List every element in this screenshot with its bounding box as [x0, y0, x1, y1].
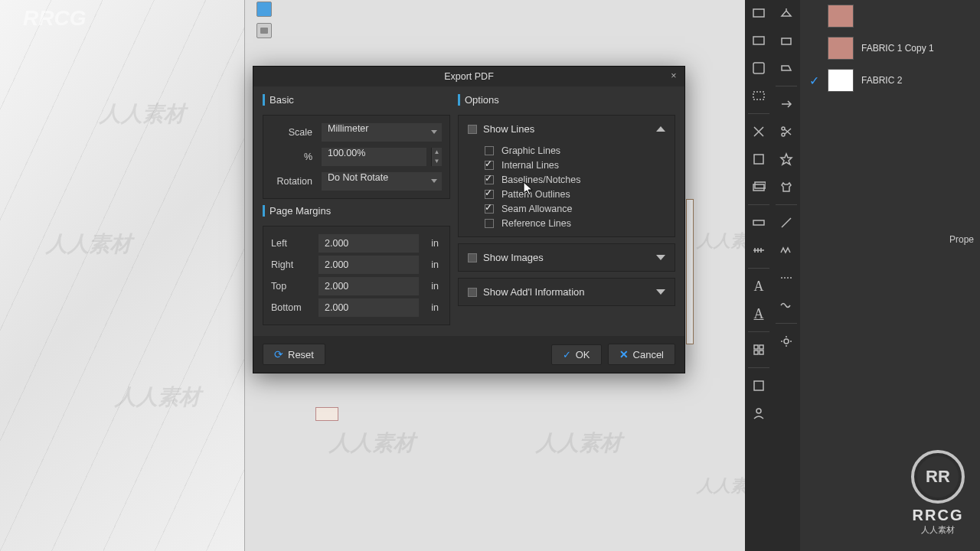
fabric-swatch[interactable] — [828, 69, 854, 92]
tool-person-icon[interactable] — [749, 403, 769, 423]
tool-shirt-icon[interactable] — [776, 177, 796, 197]
margin-left-input[interactable]: 2.000 — [318, 234, 419, 253]
svg-point-15 — [782, 127, 785, 130]
scale-select[interactable]: Millimeter — [322, 123, 442, 142]
tool-wave-icon[interactable] — [776, 295, 796, 315]
properties-tab[interactable]: Prope — [943, 231, 980, 248]
ok-button-label: OK — [576, 349, 590, 360]
show-addl-group: Show Add'l Information — [458, 278, 675, 306]
chevron-down-icon — [431, 179, 437, 183]
tool-ruler-icon[interactable] — [749, 213, 769, 233]
separator — [748, 268, 769, 269]
tool-text-icon[interactable]: A — [749, 276, 769, 296]
tool-generic-icon[interactable] — [749, 149, 769, 169]
page-outline — [686, 199, 694, 344]
option-internal-lines[interactable]: Internal Lines — [485, 160, 665, 171]
separator — [748, 204, 769, 205]
option-graphic-lines[interactable]: Graphic Lines — [485, 145, 665, 156]
option-reference-lines[interactable]: Reference Lines — [485, 218, 665, 229]
tool-generic-icon[interactable] — [749, 58, 769, 78]
tool-layers-icon[interactable] — [749, 177, 769, 197]
dialog-titlebar[interactable]: Export PDF × — [253, 67, 684, 86]
option-baselines-notches[interactable]: Baselines/Notches — [485, 174, 665, 185]
tool-text-underline-icon[interactable]: A — [749, 304, 769, 324]
checkbox[interactable] — [485, 175, 494, 184]
3d-viewport[interactable] — [0, 0, 245, 551]
reset-button-label: Reset — [288, 349, 314, 360]
checkbox[interactable] — [485, 204, 494, 214]
checkbox[interactable] — [485, 146, 494, 155]
tool-grid-icon[interactable] — [749, 340, 769, 360]
margins-panel: Left 2.000 in Right 2.000 in Top 2.000 i… — [263, 226, 450, 325]
tool-cut-icon[interactable] — [749, 122, 769, 142]
show-lines-checkbox[interactable] — [468, 125, 477, 134]
tool-generic-icon[interactable] — [749, 3, 769, 23]
lock-icon[interactable] — [256, 23, 272, 38]
margin-top-unit: in — [419, 281, 442, 292]
tool-line-icon[interactable] — [776, 213, 796, 233]
tool-star-icon[interactable] — [776, 149, 796, 169]
show-images-header[interactable]: Show Images — [459, 244, 675, 271]
chevron-down-icon — [656, 255, 665, 260]
tool-arrow-icon[interactable] — [776, 94, 796, 114]
pattern-thumbnail[interactable] — [315, 407, 338, 421]
show-images-label: Show Images — [483, 252, 650, 263]
section-options-header: Options — [458, 94, 675, 106]
tool-measure-icon[interactable] — [749, 240, 769, 260]
tool-iron-icon[interactable] — [776, 58, 796, 78]
show-addl-checkbox[interactable] — [468, 288, 477, 297]
margin-bottom-label: Bottom — [271, 302, 318, 313]
margin-right-input[interactable]: 2.000 — [318, 256, 419, 274]
tool-settings-icon[interactable] — [776, 331, 796, 351]
ok-button[interactable]: ✓ OK — [551, 344, 602, 365]
reset-button[interactable]: ⟳ Reset — [263, 344, 325, 365]
separator — [776, 323, 797, 324]
checkbox[interactable] — [485, 219, 494, 228]
margin-right-unit: in — [419, 259, 442, 270]
percent-input[interactable]: 100.00% — [322, 148, 426, 166]
percent-label: % — [271, 152, 317, 162]
layer-row[interactable] — [800, 0, 980, 32]
tool-generic-icon[interactable] — [749, 31, 769, 51]
margin-left-unit: in — [419, 238, 442, 249]
svg-rect-3 — [753, 92, 764, 99]
tool-sewing-icon[interactable] — [776, 31, 796, 51]
fabric-swatch[interactable] — [828, 5, 854, 28]
option-label: Seam Allowance — [501, 204, 572, 214]
visibility-check-icon[interactable]: ✓ — [808, 73, 820, 88]
tool-generic-icon[interactable] — [749, 86, 769, 106]
close-icon[interactable]: × — [668, 70, 680, 82]
show-lines-header[interactable]: Show Lines — [459, 116, 675, 142]
section-margins-header: Page Margins — [263, 205, 450, 217]
option-label: Baselines/Notches — [501, 174, 581, 185]
checkbox[interactable] — [485, 190, 494, 199]
page-icon[interactable] — [256, 2, 272, 17]
svg-rect-1 — [753, 37, 764, 44]
dialog-title: Export PDF — [444, 71, 494, 82]
show-images-checkbox[interactable] — [468, 253, 477, 262]
cancel-button-label: Cancel — [633, 349, 664, 360]
layer-row[interactable]: FABRIC 1 Copy 1 — [800, 32, 980, 64]
tool-stitch-icon[interactable] — [776, 268, 796, 288]
option-pattern-outlines[interactable]: Pattern Outlines — [485, 189, 665, 200]
cancel-button[interactable]: ✕ Cancel — [608, 344, 675, 365]
svg-point-16 — [782, 133, 785, 136]
tool-texture-icon[interactable] — [749, 376, 769, 396]
layer-row[interactable]: ✓ FABRIC 2 — [800, 64, 980, 96]
tool-zigzag-icon[interactable] — [776, 240, 796, 260]
checkbox[interactable] — [485, 161, 494, 170]
svg-rect-7 — [753, 220, 764, 225]
margin-right-label: Right — [271, 259, 318, 270]
margin-top-input[interactable]: 2.000 — [318, 277, 419, 295]
tool-scissors-icon[interactable] — [776, 122, 796, 142]
margin-bottom-unit: in — [419, 302, 442, 313]
show-addl-header[interactable]: Show Add'l Information — [459, 279, 675, 305]
svg-point-17 — [784, 339, 789, 344]
fabric-swatch[interactable] — [828, 37, 854, 60]
tool-hanger-icon[interactable] — [776, 3, 796, 23]
margin-bottom-input[interactable]: 2.000 — [318, 298, 419, 317]
percent-spinner[interactable]: ▲▼ — [431, 148, 442, 166]
rotation-select[interactable]: Do Not Rotate — [322, 172, 442, 191]
option-seam-allowance[interactable]: Seam Allowance — [485, 204, 665, 214]
layer-label: FABRIC 1 Copy 1 — [861, 43, 934, 54]
